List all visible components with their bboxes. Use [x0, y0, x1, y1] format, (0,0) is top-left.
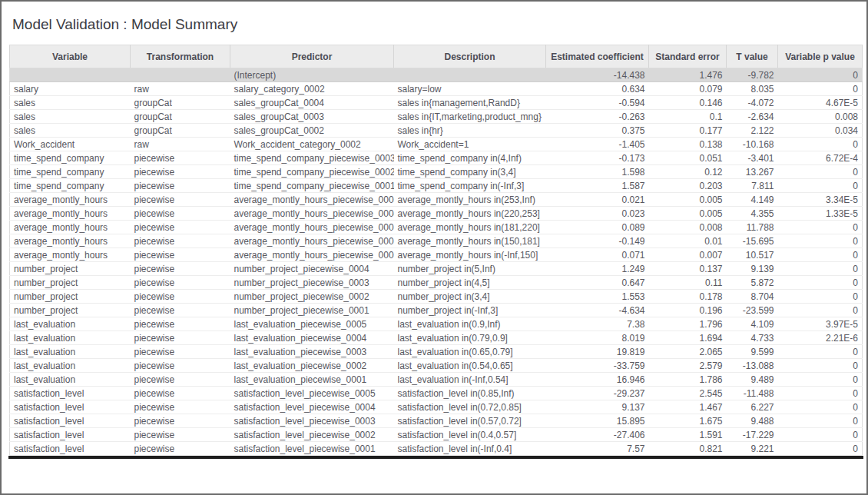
table-row[interactable]: time_spend_company piecewise time_spend_…	[10, 151, 863, 165]
cell-description: time_spend_company in(-Inf,3]	[394, 179, 546, 193]
cell-standard-error: 0.005	[649, 207, 727, 221]
cell-predictor: last_evaluation_piecewise_0005	[230, 317, 394, 331]
cell-predictor: average_montly_hours_piecewise_0001	[230, 248, 394, 262]
cell-transformation: piecewise	[131, 373, 230, 387]
cell-t-value: -23.599	[727, 304, 778, 317]
table-row[interactable]: last_evaluation piecewise last_evaluatio…	[10, 317, 863, 331]
cell-variable-p-value: 0	[778, 304, 863, 317]
column-header-standard-error: Standard error	[649, 45, 727, 68]
cell-estimated-coefficient: 15.895	[546, 414, 649, 428]
table-row[interactable]: time_spend_company piecewise time_spend_…	[10, 165, 863, 179]
cell-standard-error: 0.203	[649, 179, 727, 193]
table-row[interactable]: number_project piecewise number_project_…	[10, 290, 863, 304]
table-row[interactable]: sales groupCat sales_groupCat_0003 sales…	[10, 110, 863, 124]
table-row[interactable]: average_montly_hours piecewise average_m…	[10, 234, 863, 248]
cell-variable: average_montly_hours	[10, 248, 131, 262]
cell-variable: salary	[10, 82, 131, 96]
cell-description: satisfaction_level in(-Inf,0.4]	[394, 442, 546, 456]
cell-t-value: 8.035	[727, 82, 778, 96]
table-row[interactable]: (Intercept) -14.438 1.476 -9.782 0	[10, 68, 863, 82]
cell-standard-error: 1.591	[649, 428, 727, 442]
cell-variable: Work_accident	[10, 138, 131, 151]
cell-transformation: piecewise	[131, 400, 230, 414]
table-row[interactable]: salary raw salary_category_0002 salary=l…	[10, 82, 863, 96]
cell-transformation: piecewise	[131, 262, 230, 276]
cell-estimated-coefficient: 0.647	[546, 276, 649, 290]
table-bottom-border	[8, 456, 863, 459]
cell-transformation: piecewise	[131, 331, 230, 345]
table-row[interactable]: average_montly_hours piecewise average_m…	[10, 193, 863, 207]
cell-predictor: number_project_piecewise_0004	[230, 262, 394, 276]
table-row[interactable]: average_montly_hours piecewise average_m…	[10, 248, 863, 262]
table-row[interactable]: last_evaluation piecewise last_evaluatio…	[10, 331, 863, 345]
cell-transformation: piecewise	[131, 428, 230, 442]
table-row[interactable]: last_evaluation piecewise last_evaluatio…	[10, 373, 863, 387]
table-row[interactable]: last_evaluation piecewise last_evaluatio…	[10, 345, 863, 359]
table-row[interactable]: satisfaction_level piecewise satisfactio…	[10, 442, 863, 456]
cell-estimated-coefficient: 16.946	[546, 373, 649, 387]
cell-variable: time_spend_company	[10, 151, 131, 165]
table-row[interactable]: satisfaction_level piecewise satisfactio…	[10, 400, 863, 414]
table-row[interactable]: Work_accident raw Work_accident_category…	[10, 138, 863, 151]
cell-variable: sales	[10, 124, 131, 138]
cell-t-value: 10.517	[727, 248, 778, 262]
table-row[interactable]: number_project piecewise number_project_…	[10, 262, 863, 276]
cell-t-value: -9.782	[727, 68, 778, 82]
cell-t-value: -10.168	[727, 138, 778, 151]
cell-predictor: last_evaluation_piecewise_0004	[230, 331, 394, 345]
cell-variable-p-value: 0	[778, 68, 863, 82]
table-row[interactable]: number_project piecewise number_project_…	[10, 276, 863, 290]
cell-variable-p-value: 0.034	[778, 124, 863, 138]
column-header-predictor: Predictor	[230, 45, 394, 68]
table-row[interactable]: average_montly_hours piecewise average_m…	[10, 221, 863, 234]
cell-transformation: piecewise	[131, 276, 230, 290]
cell-variable: average_montly_hours	[10, 193, 131, 207]
cell-variable-p-value: 6.72E-4	[778, 151, 863, 165]
cell-standard-error: 0.01	[649, 234, 727, 248]
cell-transformation: piecewise	[131, 345, 230, 359]
cell-transformation: piecewise	[131, 414, 230, 428]
cell-transformation: piecewise	[131, 317, 230, 331]
table-row[interactable]: satisfaction_level piecewise satisfactio…	[10, 414, 863, 428]
table-row[interactable]: average_montly_hours piecewise average_m…	[10, 207, 863, 221]
cell-variable: average_montly_hours	[10, 234, 131, 248]
cell-description: average_montly_hours in(150,181]	[394, 234, 546, 248]
cell-variable: sales	[10, 96, 131, 110]
table-row[interactable]: satisfaction_level piecewise satisfactio…	[10, 428, 863, 442]
cell-estimated-coefficient: 1.553	[546, 290, 649, 304]
column-header-variable-p-value: Variable p value	[778, 45, 863, 68]
cell-description: sales in{management,RandD}	[394, 96, 546, 110]
table-row[interactable]: sales groupCat sales_groupCat_0002 sales…	[10, 124, 863, 138]
cell-description: average_montly_hours in(220,253]	[394, 207, 546, 221]
cell-transformation: piecewise	[131, 151, 230, 165]
cell-variable: last_evaluation	[10, 317, 131, 331]
cell-estimated-coefficient: 1.249	[546, 262, 649, 276]
cell-t-value: 2.122	[727, 124, 778, 138]
cell-description: average_montly_hours in(-Inf,150]	[394, 248, 546, 262]
cell-t-value: -17.229	[727, 428, 778, 442]
cell-estimated-coefficient: -29.237	[546, 387, 649, 400]
cell-variable-p-value: 0	[778, 234, 863, 248]
cell-variable-p-value: 0	[778, 138, 863, 151]
cell-estimated-coefficient: 1.587	[546, 179, 649, 193]
cell-variable: average_montly_hours	[10, 207, 131, 221]
cell-transformation: piecewise	[131, 359, 230, 373]
cell-t-value: 5.872	[727, 276, 778, 290]
table-row[interactable]: sales groupCat sales_groupCat_0004 sales…	[10, 96, 863, 110]
table-row[interactable]: satisfaction_level piecewise satisfactio…	[10, 387, 863, 400]
cell-variable-p-value: 0	[778, 262, 863, 276]
cell-t-value: 4.355	[727, 207, 778, 221]
cell-transformation: piecewise	[131, 387, 230, 400]
table-row[interactable]: number_project piecewise number_project_…	[10, 304, 863, 317]
table-row[interactable]: last_evaluation piecewise last_evaluatio…	[10, 359, 863, 373]
table-row[interactable]: time_spend_company piecewise time_spend_…	[10, 179, 863, 193]
cell-predictor: time_spend_company_piecewise_0003	[230, 151, 394, 165]
cell-variable-p-value: 0	[778, 345, 863, 359]
cell-variable: sales	[10, 110, 131, 124]
cell-variable-p-value: 0	[778, 165, 863, 179]
cell-description: last_evaluation in(0.79,0.9]	[394, 331, 546, 345]
cell-description: number_project in(4,5]	[394, 276, 546, 290]
cell-variable-p-value: 0	[778, 221, 863, 234]
cell-t-value: 9.139	[727, 262, 778, 276]
cell-t-value: -11.488	[727, 387, 778, 400]
